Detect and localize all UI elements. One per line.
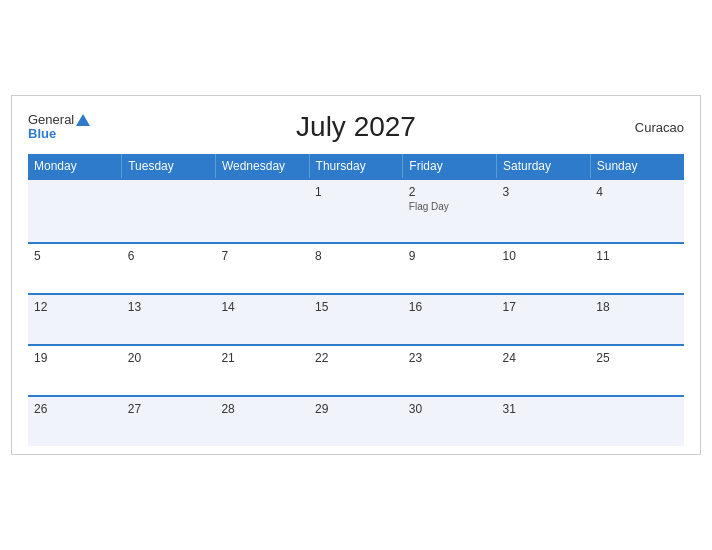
month-title: July 2027	[296, 111, 416, 143]
calendar-cell: 30	[403, 396, 497, 446]
day-number: 15	[315, 300, 397, 314]
calendar-cell: 12	[28, 294, 122, 345]
day-number: 25	[596, 351, 678, 365]
day-number: 3	[503, 185, 585, 199]
week-row-2: 567891011	[28, 243, 684, 294]
day-event: Flag Day	[409, 201, 491, 212]
day-number: 26	[34, 402, 116, 416]
calendar-weekday-header: MondayTuesdayWednesdayThursdayFridaySatu…	[28, 154, 684, 179]
calendar-cell	[28, 179, 122, 243]
weekday-header-thursday: Thursday	[309, 154, 403, 179]
calendar-cell: 2Flag Day	[403, 179, 497, 243]
day-number: 5	[34, 249, 116, 263]
calendar-cell	[215, 179, 309, 243]
week-row-4: 19202122232425	[28, 345, 684, 396]
calendar-cell: 20	[122, 345, 216, 396]
weekday-header-tuesday: Tuesday	[122, 154, 216, 179]
calendar-cell: 8	[309, 243, 403, 294]
day-number: 20	[128, 351, 210, 365]
logo: General Blue	[28, 112, 90, 141]
day-number: 11	[596, 249, 678, 263]
day-number: 27	[128, 402, 210, 416]
calendar-cell: 1	[309, 179, 403, 243]
week-row-3: 12131415161718	[28, 294, 684, 345]
day-number: 30	[409, 402, 491, 416]
day-number: 31	[503, 402, 585, 416]
weekday-header-wednesday: Wednesday	[215, 154, 309, 179]
calendar-cell: 4	[590, 179, 684, 243]
calendar-cell: 13	[122, 294, 216, 345]
calendar-cell: 5	[28, 243, 122, 294]
day-number: 19	[34, 351, 116, 365]
day-number: 13	[128, 300, 210, 314]
calendar-cell: 27	[122, 396, 216, 446]
day-number: 21	[221, 351, 303, 365]
calendar-cell: 9	[403, 243, 497, 294]
calendar-cell: 29	[309, 396, 403, 446]
week-row-1: 12Flag Day34	[28, 179, 684, 243]
calendar-header: General Blue July 2027 Curacao	[28, 112, 684, 141]
calendar-cell: 11	[590, 243, 684, 294]
day-number: 16	[409, 300, 491, 314]
day-number: 17	[503, 300, 585, 314]
calendar-cell: 21	[215, 345, 309, 396]
region-label: Curacao	[635, 120, 684, 135]
calendar-cell: 24	[497, 345, 591, 396]
calendar-cell: 10	[497, 243, 591, 294]
weekday-header-saturday: Saturday	[497, 154, 591, 179]
day-number: 24	[503, 351, 585, 365]
weekday-header-sunday: Sunday	[590, 154, 684, 179]
calendar-cell: 31	[497, 396, 591, 446]
day-number: 2	[409, 185, 491, 199]
calendar-cell: 15	[309, 294, 403, 345]
week-row-5: 262728293031	[28, 396, 684, 446]
day-number: 1	[315, 185, 397, 199]
day-number: 10	[503, 249, 585, 263]
weekday-header-monday: Monday	[28, 154, 122, 179]
calendar-cell: 3	[497, 179, 591, 243]
day-number: 7	[221, 249, 303, 263]
day-number: 28	[221, 402, 303, 416]
calendar-cell: 25	[590, 345, 684, 396]
weekday-header-friday: Friday	[403, 154, 497, 179]
calendar-cell: 28	[215, 396, 309, 446]
day-number: 4	[596, 185, 678, 199]
day-number: 12	[34, 300, 116, 314]
calendar-cell	[590, 396, 684, 446]
day-number: 22	[315, 351, 397, 365]
day-number: 14	[221, 300, 303, 314]
calendar-cell	[122, 179, 216, 243]
day-number: 23	[409, 351, 491, 365]
calendar-cell: 14	[215, 294, 309, 345]
day-number: 29	[315, 402, 397, 416]
calendar-cell: 26	[28, 396, 122, 446]
calendar-container: General Blue July 2027 Curacao MondayTue…	[11, 95, 701, 454]
calendar-grid: MondayTuesdayWednesdayThursdayFridaySatu…	[28, 154, 684, 446]
logo-triangle-icon	[76, 114, 90, 126]
calendar-cell: 6	[122, 243, 216, 294]
logo-blue-text: Blue	[28, 126, 56, 142]
day-number: 9	[409, 249, 491, 263]
calendar-cell: 16	[403, 294, 497, 345]
calendar-cell: 7	[215, 243, 309, 294]
day-number: 8	[315, 249, 397, 263]
calendar-cell: 22	[309, 345, 403, 396]
calendar-cell: 17	[497, 294, 591, 345]
calendar-cell: 19	[28, 345, 122, 396]
calendar-cell: 18	[590, 294, 684, 345]
day-number: 18	[596, 300, 678, 314]
calendar-cell: 23	[403, 345, 497, 396]
day-number: 6	[128, 249, 210, 263]
